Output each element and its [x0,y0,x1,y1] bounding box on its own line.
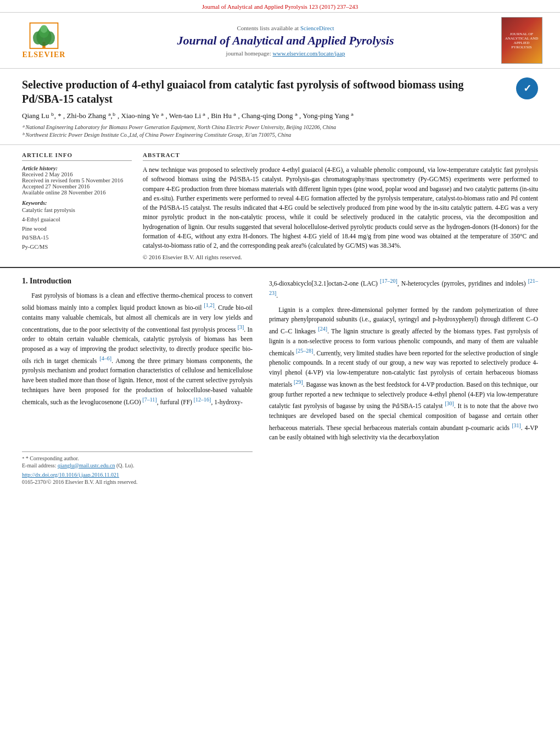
journal-title-area: Contents lists available at ScienceDirec… [77,25,494,57]
introduction-body-right: 3,6-dioxabicyclo[3.2.1]octan-2-one (LAC)… [269,277,538,443]
article-title: Selective production of 4-ethyl guaiacol… [22,77,505,106]
corresponding-label: * Corresponding author. [26,455,79,461]
cite-3[interactable]: [3] [238,324,244,330]
corresponding-author-note: * * Corresponding author. [22,455,253,461]
cite-4-6[interactable]: [4–6] [99,355,111,361]
title-crossmark-row: Selective production of 4-ethyl guaiacol… [22,77,538,106]
cite-1-2[interactable]: [1,2] [204,302,214,308]
introduction-heading: 1. Introduction [22,277,253,287]
content-right-column: 3,6-dioxabicyclo[3.2.1]octan-2-one (LAC)… [269,277,538,486]
article-history: Article history: Received 2 May 2016 Rec… [22,165,132,196]
info-abstract-section: ARTICLE INFO Article history: Received 2… [0,145,560,268]
intro-paragraph-3: Lignin is a complex three-dimensional po… [269,305,538,443]
contents-line: Contents lists available at ScienceDirec… [77,25,494,31]
abstract-label: ABSTRACT [143,152,538,161]
introduction-body-left: Fast pyrolysis of biomass is a clean and… [22,291,253,407]
journal-reference-text: Journal of Analytical and Applied Pyroly… [202,3,359,10]
affiliation-a: ᵃ National Engineering Laboratory for Bi… [22,124,538,131]
history-label: Article history: [22,165,132,171]
keyword-5: Py-GC/MS [22,243,132,252]
crossmark-badge: ✓ [516,77,538,99]
email-suffix: (Q. Lu). [116,462,135,468]
authors-text: Qiang Lu ᵇ, * , Zhi-bo Zhang ᵃ,ᵇ , Xiao-… [22,111,354,120]
journal-cover-area: JOURNAL OFANALYTICAL ANDAPPLIEDPYROLYSIS [494,17,549,64]
cite-12-16[interactable]: [12–16] [194,397,211,403]
keywords-group: Keywords: Catalytic fast pyrolysis 4-Eth… [22,200,132,252]
cite-24[interactable]: [24] [318,326,328,332]
keyword-3: Pine wood [22,225,132,234]
journal-header: ELSEVIER Contents lists available at Sci… [0,13,560,69]
email-label: E-mail address: [22,462,56,468]
issn-text: 0165-2370/© 2016 Elsevier B.V. All right… [22,479,137,485]
elsevier-wordmark: ELSEVIER [23,51,66,59]
intro-paragraph-2: 3,6-dioxabicyclo[3.2.1]octan-2-one (LAC)… [269,277,538,300]
article-info-column: ARTICLE INFO Article history: Received 2… [22,152,132,260]
journal-reference-bar: Journal of Analytical and Applied Pyroly… [0,0,560,13]
cite-29[interactable]: [29] [294,379,303,385]
intro-paragraph-1: Fast pyrolysis of biomass is a clean and… [22,291,253,407]
left-footer: * * Corresponding author. E-mail address… [22,451,253,485]
authors-line: Qiang Lu ᵇ, * , Zhi-bo Zhang ᵃ,ᵇ , Xiao-… [22,111,538,120]
article-header: Selective production of 4-ethyl guaiacol… [0,69,560,145]
contents-prefix: Contents lists available at [237,25,300,31]
keywords-list: Catalytic fast pyrolysis 4-Ethyl guaiaco… [22,206,132,252]
elsevier-logo-area: ELSEVIER [11,22,77,59]
footer-doi-line: http://dx.doi.org/10.1016/j.jaap.2016.11… [22,472,253,478]
email-link[interactable]: qianglu@mail.ustc.edu.cn [58,462,115,468]
elsevier-logo: ELSEVIER [23,22,66,59]
cite-31[interactable]: [31] [512,422,521,428]
revised-date: Received in revised form 5 November 2016 [22,177,132,183]
journal-homepage: journal homepage: www.elsevier.com/locat… [77,50,494,57]
available-date: Available online 28 November 2016 [22,189,132,196]
homepage-url[interactable]: www.elsevier.com/locate/jaap [273,50,345,57]
accepted-date: Accepted 27 November 2016 [22,183,132,189]
sciencedirect-link[interactable]: ScienceDirect [300,25,334,31]
cite-30[interactable]: [30] [445,400,454,406]
article-info-label: ARTICLE INFO [22,152,132,161]
homepage-prefix: journal homepage: [226,50,273,57]
cite-17-20[interactable]: [17–20] [380,278,397,284]
journal-cover-image: JOURNAL OFANALYTICAL ANDAPPLIEDPYROLYSIS [501,17,542,64]
received-date: Received 2 May 2016 [22,171,132,177]
abstract-text: A new technique was proposed to selectiv… [143,165,538,250]
content-left-column: 1. Introduction Fast pyrolysis of biomas… [22,277,253,486]
email-line: E-mail address: qianglu@mail.ustc.edu.cn… [22,462,253,468]
affiliation-b: ᵇ Northwest Electric Power Design Instit… [22,131,538,139]
elsevier-tree-icon [27,22,60,49]
abstract-column: ABSTRACT A new technique was proposed to… [143,152,538,260]
abstract-copyright: © 2016 Elsevier B.V. All rights reserved… [143,254,538,260]
keyword-2: 4-Ethyl guaiacol [22,215,132,225]
svg-point-5 [41,25,48,33]
doi-link[interactable]: http://dx.doi.org/10.1016/j.jaap.2016.11… [22,472,119,478]
main-content-section: 1. Introduction Fast pyrolysis of biomas… [0,268,560,494]
cite-7-11[interactable]: [7–11] [142,397,156,403]
journal-title: Journal of Analytical and Applied Pyroly… [77,34,494,48]
keyword-1: Catalytic fast pyrolysis [22,206,132,215]
asterisk-mark: * [22,456,26,461]
cite-25-28[interactable]: [25–28] [296,348,313,354]
keywords-label: Keywords: [22,200,132,206]
footer-issn-line: 0165-2370/© 2016 Elsevier B.V. All right… [22,479,253,485]
affiliations: ᵃ National Engineering Laboratory for Bi… [22,124,538,139]
keyword-4: Pd/SBA-15 [22,233,132,243]
cite-21-23[interactable]: [21–23] [269,278,538,296]
